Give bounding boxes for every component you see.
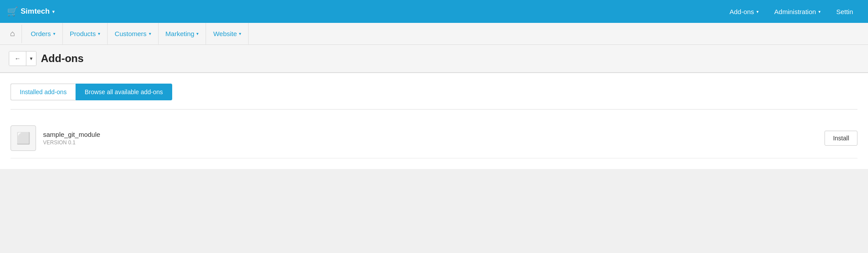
orders-chevron-icon: ▾	[53, 31, 55, 36]
tab-browse[interactable]: Browse all available add-ons	[76, 84, 172, 100]
tab-installed[interactable]: Installed add-ons	[11, 84, 76, 100]
nav-orders[interactable]: Orders ▾	[24, 23, 63, 45]
nav-customers-label: Customers	[115, 30, 147, 37]
brand-name: Simtech	[21, 7, 50, 16]
addon-version: VERSION 0.1	[43, 139, 825, 146]
marketing-chevron-icon: ▾	[196, 31, 199, 36]
administration-chevron-icon: ▾	[818, 9, 821, 14]
products-chevron-icon: ▾	[98, 31, 100, 36]
tab-row: Installed add-ons Browse all available a…	[11, 84, 857, 100]
top-nav-administration[interactable]: Administration ▾	[767, 0, 828, 23]
website-chevron-icon: ▾	[239, 31, 241, 36]
nav-products-label: Products	[70, 30, 96, 37]
install-button[interactable]: Install	[825, 131, 857, 146]
nav-website[interactable]: Website ▾	[206, 23, 249, 45]
top-nav-addons-label: Add-ons	[730, 8, 754, 15]
addon-box-icon: ⬜	[16, 132, 30, 145]
page-header: ← ▾ Add-ons	[0, 45, 868, 73]
nav-products[interactable]: Products ▾	[63, 23, 108, 45]
content-divider	[11, 109, 857, 110]
back-button[interactable]: ←	[9, 51, 26, 66]
page-title: Add-ons	[41, 52, 83, 65]
top-nav-administration-label: Administration	[774, 8, 816, 15]
top-bar-right: Add-ons ▾ Administration ▾ Settin	[722, 0, 861, 23]
nav-marketing[interactable]: Marketing ▾	[159, 23, 206, 45]
customers-chevron-icon: ▾	[149, 31, 151, 36]
nav-website-label: Website	[213, 30, 237, 37]
second-bar: ⌂ Orders ▾ Products ▾ Customers ▾ Market…	[0, 23, 868, 45]
back-btn-group: ← ▾	[9, 51, 36, 66]
top-nav-addons[interactable]: Add-ons ▾	[722, 0, 767, 23]
top-nav-settings-label: Settin	[836, 8, 853, 15]
nav-customers[interactable]: Customers ▾	[108, 23, 159, 45]
addons-chevron-icon: ▾	[756, 9, 759, 14]
nav-marketing-label: Marketing	[166, 30, 195, 37]
top-nav-settings[interactable]: Settin	[828, 0, 861, 23]
addon-info: sample_git_module VERSION 0.1	[43, 131, 825, 146]
home-button[interactable]: ⌂	[4, 25, 22, 43]
nav-orders-label: Orders	[31, 30, 51, 37]
addon-row: ⬜ sample_git_module VERSION 0.1 Install	[11, 118, 857, 158]
top-bar-left: 🛒 Simtech ▾	[7, 6, 54, 17]
main-content: Installed add-ons Browse all available a…	[0, 73, 868, 169]
back-dropdown-button[interactable]: ▾	[26, 51, 36, 66]
top-bar: 🛒 Simtech ▾ Add-ons ▾ Administration ▾ S…	[0, 0, 868, 23]
addon-icon-box: ⬜	[11, 125, 36, 151]
cart-icon: 🛒	[7, 6, 18, 17]
brand-chevron-icon: ▾	[52, 9, 54, 14]
addon-name: sample_git_module	[43, 131, 825, 138]
brand-logo[interactable]: 🛒 Simtech ▾	[7, 6, 54, 17]
home-icon: ⌂	[10, 29, 15, 38]
